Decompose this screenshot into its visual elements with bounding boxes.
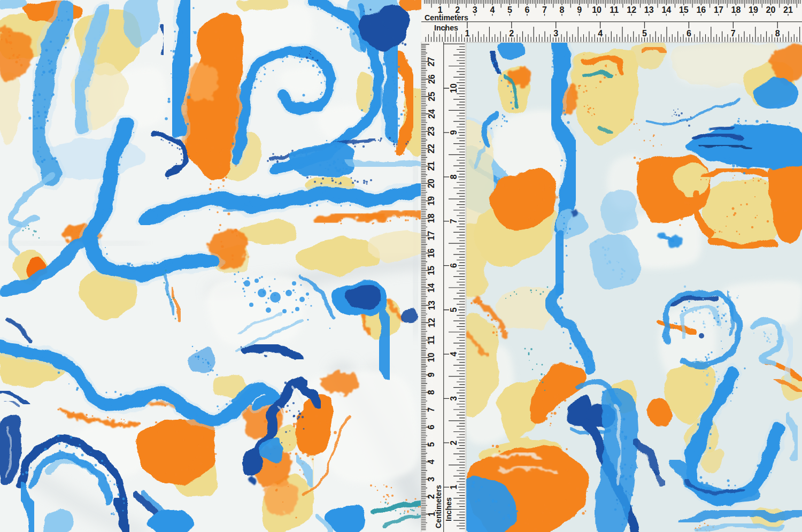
svg-text:4: 4 (490, 5, 495, 14)
svg-text:26: 26 (427, 74, 436, 84)
svg-text:9: 9 (577, 5, 582, 14)
svg-text:4: 4 (598, 29, 603, 38)
svg-text:22: 22 (427, 144, 436, 153)
svg-text:3: 3 (427, 477, 436, 482)
svg-text:25: 25 (427, 92, 436, 102)
svg-text:2: 2 (449, 441, 458, 445)
svg-text:9: 9 (449, 130, 458, 135)
svg-text:3: 3 (473, 5, 477, 14)
svg-text:17: 17 (427, 231, 436, 241)
svg-text:4: 4 (449, 352, 458, 357)
svg-text:24: 24 (427, 109, 436, 119)
svg-text:6: 6 (687, 29, 691, 38)
svg-text:Inches: Inches (444, 497, 453, 521)
svg-text:27: 27 (427, 57, 436, 66)
svg-text:10: 10 (427, 353, 436, 363)
svg-text:2: 2 (509, 29, 514, 38)
svg-text:20: 20 (766, 5, 776, 14)
svg-text:6: 6 (449, 263, 458, 268)
svg-text:4: 4 (427, 459, 436, 464)
svg-text:7: 7 (449, 219, 458, 223)
svg-text:5: 5 (449, 307, 458, 312)
svg-text:21: 21 (783, 5, 793, 14)
svg-text:16: 16 (427, 248, 436, 258)
svg-text:21: 21 (427, 161, 436, 171)
svg-text:19: 19 (427, 196, 436, 206)
svg-text:1: 1 (449, 485, 458, 490)
svg-text:5: 5 (427, 442, 436, 447)
svg-text:10: 10 (592, 5, 602, 14)
svg-text:16: 16 (696, 5, 706, 14)
svg-text:7: 7 (427, 407, 436, 412)
svg-text:15: 15 (679, 5, 689, 14)
svg-text:3: 3 (553, 29, 558, 38)
svg-text:3: 3 (449, 396, 458, 401)
svg-text:Centimeters: Centimeters (434, 485, 443, 528)
svg-text:11: 11 (610, 5, 619, 14)
svg-text:Inches: Inches (434, 24, 458, 32)
svg-text:23: 23 (427, 127, 436, 136)
svg-text:12: 12 (627, 5, 636, 14)
svg-text:Centimeters: Centimeters (425, 13, 468, 22)
svg-text:9: 9 (427, 373, 436, 377)
svg-text:1: 1 (465, 29, 469, 38)
svg-text:19: 19 (749, 5, 758, 14)
svg-text:20: 20 (427, 179, 436, 188)
svg-text:8: 8 (560, 5, 565, 14)
svg-text:5: 5 (642, 29, 647, 38)
svg-text:10: 10 (449, 83, 458, 93)
svg-text:14: 14 (661, 5, 671, 14)
svg-text:7: 7 (731, 29, 736, 38)
svg-text:8: 8 (449, 174, 458, 179)
svg-text:13: 13 (427, 300, 436, 310)
svg-text:8: 8 (775, 29, 780, 38)
svg-text:14: 14 (427, 283, 436, 292)
svg-text:15: 15 (427, 266, 436, 275)
svg-text:8: 8 (427, 390, 436, 395)
svg-text:6: 6 (427, 425, 436, 429)
svg-text:13: 13 (644, 5, 654, 14)
svg-text:7: 7 (542, 5, 547, 14)
svg-text:5: 5 (507, 5, 512, 14)
svg-text:12: 12 (427, 318, 436, 328)
svg-text:17: 17 (714, 5, 723, 14)
svg-text:18: 18 (427, 213, 436, 223)
svg-text:11: 11 (427, 336, 436, 345)
svg-text:18: 18 (731, 5, 741, 14)
svg-text:6: 6 (525, 5, 529, 14)
